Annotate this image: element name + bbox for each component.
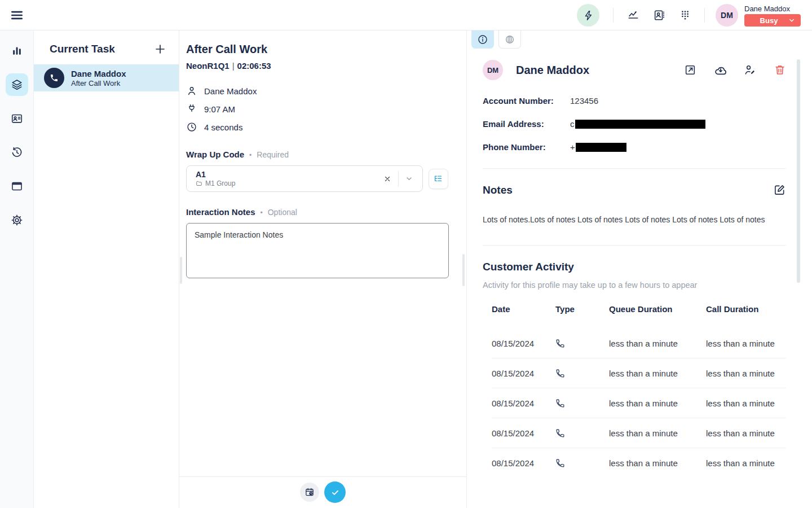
top-bar: DM Dane Maddox Busy (0, 0, 812, 30)
email-value: c (570, 119, 705, 129)
table-row: 08/15/2024 less than a minute less than … (492, 418, 786, 448)
panel-scrollbar[interactable] (180, 257, 182, 284)
separator: | (230, 61, 237, 71)
call-avatar (44, 68, 64, 88)
wrap-up-code-value: A1 (196, 170, 380, 179)
table-row: 08/15/2024 less than a minute less than … (492, 358, 786, 388)
add-task-button[interactable] (154, 43, 166, 55)
topbar-divider (704, 8, 705, 23)
interaction-notes-input[interactable]: Sample Interaction Notes (186, 223, 449, 278)
nav-item-settings[interactable] (6, 209, 28, 231)
wrap-up-code-label: Wrap Up Code (186, 150, 244, 159)
contacts-book-icon[interactable] (653, 9, 665, 21)
left-nav-rail (0, 30, 34, 508)
nav-item-apps[interactable] (6, 175, 28, 198)
performance-chart-icon[interactable] (627, 9, 639, 21)
edit-contact-icon[interactable] (744, 64, 756, 76)
profile-scrollbar[interactable] (797, 59, 800, 283)
table-row: 08/15/2024 less than a minute less than … (492, 388, 786, 418)
task-state: After Call Work (71, 79, 126, 87)
select-chevron-icon[interactable] (402, 172, 417, 186)
col-call-duration: Call Duration (706, 304, 786, 314)
cloud-download-icon[interactable] (714, 64, 726, 76)
redaction-bar (575, 120, 705, 129)
chevron-down-icon (788, 16, 801, 24)
phone-label: Phone Number: (483, 142, 570, 152)
plug-icon (186, 103, 197, 115)
col-type: Type (555, 304, 609, 314)
current-task-panel: Current Task Dane Maddox After Call Work (34, 30, 179, 508)
account-number-value: 123456 (570, 96, 598, 106)
email-label: Email Address: (483, 119, 570, 129)
activity-table-header: Date Type Queue Duration Call Duration (492, 304, 786, 329)
nav-item-interactions[interactable] (6, 73, 28, 96)
call-type-icon (555, 458, 609, 468)
nav-item-history[interactable] (6, 141, 28, 164)
clear-selection-icon[interactable] (380, 172, 395, 186)
gear-icon (11, 214, 23, 226)
panel-scrollbar[interactable] (462, 254, 465, 286)
delete-contact-icon[interactable] (774, 64, 786, 76)
tab-profile-info[interactable] (471, 30, 494, 49)
nav-item-contacts[interactable] (6, 107, 28, 130)
start-time-row: 9:07 AM (186, 100, 448, 118)
required-hint: Required (257, 150, 289, 159)
schedule-callback-button[interactable] (300, 483, 319, 502)
brain-icon (504, 34, 515, 45)
profile-name: Dane Maddox (516, 64, 589, 77)
calendar-clock-icon (304, 487, 315, 497)
wrap-up-group: M1 Group (205, 179, 235, 188)
user-avatar[interactable]: DM (716, 4, 738, 27)
call-type-icon (555, 339, 609, 348)
task-list-item[interactable]: Dane Maddox After Call Work (34, 64, 179, 91)
check-icon (330, 488, 340, 497)
table-row: 08/15/2024 less than a minute less than … (492, 329, 786, 358)
bar-chart-icon (11, 45, 23, 57)
email-row: Email Address: c (483, 117, 786, 130)
open-external-icon[interactable] (684, 64, 696, 76)
meta-start-time: 9:07 AM (204, 104, 235, 114)
call-type-icon (555, 398, 609, 408)
layers-icon (11, 78, 23, 91)
edit-notes-icon[interactable] (773, 183, 786, 196)
status-label: Busy (750, 16, 788, 25)
footer-divider (179, 476, 466, 477)
lightning-icon (582, 10, 594, 21)
wrap-up-code-select[interactable]: A1 M1 Group (186, 165, 423, 192)
person-icon (186, 85, 197, 97)
complete-acw-button[interactable] (324, 481, 346, 503)
status-dropdown[interactable]: Busy (744, 14, 801, 27)
browse-codes-button[interactable] (429, 169, 448, 189)
section-divider (483, 245, 786, 246)
customer-activity-title: Customer Activity (483, 261, 786, 273)
contact-card-icon (11, 112, 23, 125)
folder-icon (196, 180, 202, 187)
dialpad-icon[interactable] (679, 9, 691, 21)
topbar-divider (613, 8, 614, 23)
call-type-icon (555, 428, 609, 438)
acw-title: After Call Work (186, 43, 448, 56)
col-date: Date (492, 304, 555, 314)
activity-table: Date Type Queue Duration Call Duration 0… (492, 304, 786, 478)
bullet: • (249, 151, 251, 159)
contact-meta-row: Dane Maddox (186, 82, 448, 100)
notes-title: Notes (483, 184, 513, 196)
nav-item-performance[interactable] (6, 40, 28, 62)
account-number-label: Account Number: (483, 96, 570, 106)
current-task-title: Current Task (50, 43, 115, 55)
menu-icon[interactable] (10, 8, 24, 23)
tab-ai-insights[interactable] (498, 30, 521, 49)
select-divider (398, 171, 399, 187)
notes-text: Lots of notes.Lots of notes Lots of note… (483, 215, 786, 224)
browser-window-icon (11, 180, 23, 192)
acw-timer: 02:06:53 (237, 61, 271, 71)
clock-icon (186, 121, 197, 133)
quick-actions-button[interactable] (577, 4, 599, 27)
col-queue-duration: Queue Duration (609, 304, 706, 314)
user-name: Dane Maddox (744, 5, 790, 13)
tree-list-icon (433, 174, 443, 184)
customer-activity-subtitle: Activity for this profile may take up to… (483, 281, 786, 290)
duration-row: 4 seconds (186, 118, 448, 136)
history-icon (11, 146, 23, 159)
phone-row: Phone Number: + (483, 141, 786, 154)
